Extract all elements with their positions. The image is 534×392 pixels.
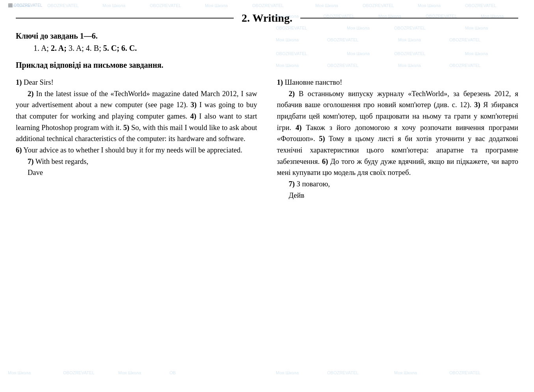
right-p1: 1) Шановне панство! bbox=[277, 77, 519, 88]
left-column: 1) Dear Sirs! 2) In the latest issue of … bbox=[16, 77, 269, 201]
two-columns: 1) Dear Sirs! 2) In the latest issue of … bbox=[16, 77, 518, 201]
left-p8: Dave bbox=[16, 167, 257, 178]
page-title: 2. Writing. bbox=[234, 12, 300, 24]
left-p7: 7) With best regards, bbox=[16, 156, 257, 167]
answer-2: 2. A; bbox=[51, 44, 67, 52]
right-p2: 2) В останньому випуску журналу «TechWor… bbox=[277, 88, 519, 178]
title-line-left bbox=[16, 18, 234, 19]
right-column: 1) Шановне панство! 2) В останньому випу… bbox=[269, 77, 519, 201]
left-p1: 1) Dear Sirs! bbox=[16, 77, 257, 88]
right-p7: 7) З повагою, bbox=[277, 178, 519, 190]
title-line-right bbox=[300, 18, 518, 19]
right-p8: Дейв bbox=[277, 190, 519, 201]
left-p2: 2) In the latest issue of the «TechWorld… bbox=[16, 88, 257, 145]
left-p6: 6) Your advice as to whether I should bu… bbox=[16, 145, 257, 156]
keys-answers: 1. A; 2. A; 3. A; 4. B; 5. C; 6. C. bbox=[16, 44, 518, 53]
example-heading: Приклад відповіді на письмове завдання. bbox=[16, 61, 518, 70]
title-section: 2. Writing. bbox=[16, 12, 518, 24]
keys-heading: Ключі до завдань 1—6. bbox=[16, 32, 518, 41]
answer-6: 6. C. bbox=[121, 44, 137, 52]
answer-5: 5. C; bbox=[103, 44, 119, 52]
